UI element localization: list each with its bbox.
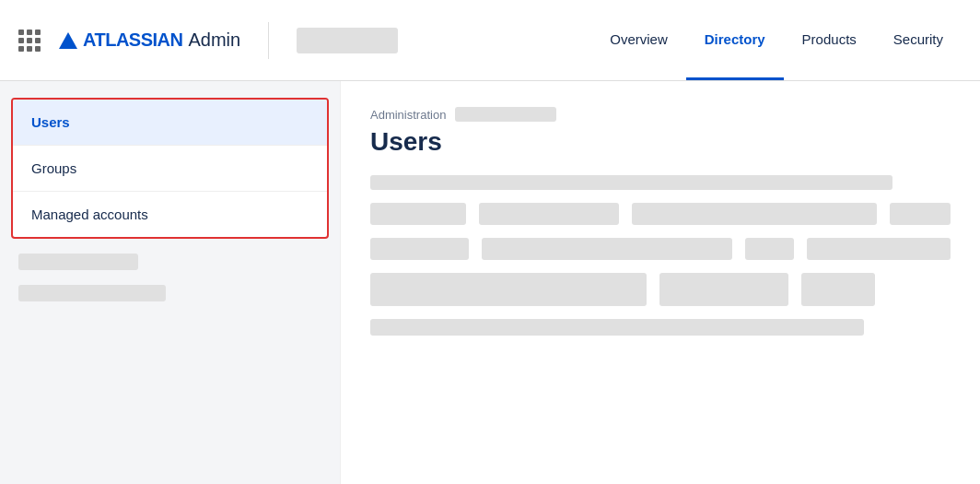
app-grid-icon[interactable] bbox=[18, 30, 41, 52]
skeleton-row-2 bbox=[370, 203, 951, 225]
main-content: Administration Users bbox=[341, 81, 980, 484]
skeleton-bar-1 bbox=[370, 175, 892, 190]
skeleton-block-2 bbox=[659, 273, 788, 306]
sidebar: Users Groups Managed accounts bbox=[0, 81, 341, 484]
skeleton-cell-6 bbox=[482, 238, 732, 260]
skeleton-cell-7 bbox=[745, 238, 794, 260]
header-divider bbox=[268, 22, 269, 59]
sidebar-item-managed-accounts[interactable]: Managed accounts bbox=[13, 192, 327, 237]
skeleton-block-1 bbox=[370, 273, 647, 306]
org-selector[interactable] bbox=[297, 28, 398, 53]
skeleton-cell-2 bbox=[479, 203, 619, 225]
app-header: ATLASSIAN Admin Overview Directory Produ… bbox=[0, 0, 980, 81]
skeleton-row-3 bbox=[370, 238, 951, 260]
skeleton-cell-4 bbox=[890, 203, 951, 225]
breadcrumb-org-pill bbox=[455, 107, 556, 122]
nav-overview[interactable]: Overview bbox=[591, 0, 686, 80]
skeleton-bar-2 bbox=[370, 319, 864, 336]
skeleton-cell-3 bbox=[632, 203, 877, 225]
atlassian-logo: ATLASSIAN Admin bbox=[59, 30, 240, 51]
header-nav: Overview Directory Products Security bbox=[591, 0, 962, 80]
sidebar-item-groups[interactable]: Groups bbox=[13, 146, 327, 192]
nav-products[interactable]: Products bbox=[784, 0, 875, 80]
logo-triangle-icon bbox=[59, 32, 77, 49]
skeleton-row-4 bbox=[370, 273, 951, 306]
logo-admin-text: Admin bbox=[188, 30, 240, 51]
nav-security[interactable]: Security bbox=[875, 0, 962, 80]
breadcrumb-label: Administration bbox=[370, 108, 446, 122]
skeleton-block-3 bbox=[801, 273, 875, 306]
skeleton-cell-5 bbox=[370, 238, 469, 260]
page-title: Users bbox=[370, 127, 951, 157]
skeleton-cell-8 bbox=[807, 238, 951, 260]
logo-atlassian-text: ATLASSIAN bbox=[83, 30, 182, 51]
skeleton-cell-1 bbox=[370, 203, 466, 225]
header-left: ATLASSIAN Admin bbox=[18, 22, 398, 59]
main-layout: Users Groups Managed accounts Administra… bbox=[0, 81, 980, 484]
sidebar-menu: Users Groups Managed accounts bbox=[11, 98, 329, 239]
sidebar-placeholder-1 bbox=[18, 254, 138, 270]
sidebar-placeholder-2 bbox=[18, 285, 166, 301]
breadcrumb: Administration bbox=[370, 107, 951, 122]
nav-directory[interactable]: Directory bbox=[686, 0, 784, 80]
sidebar-item-users[interactable]: Users bbox=[13, 100, 327, 146]
